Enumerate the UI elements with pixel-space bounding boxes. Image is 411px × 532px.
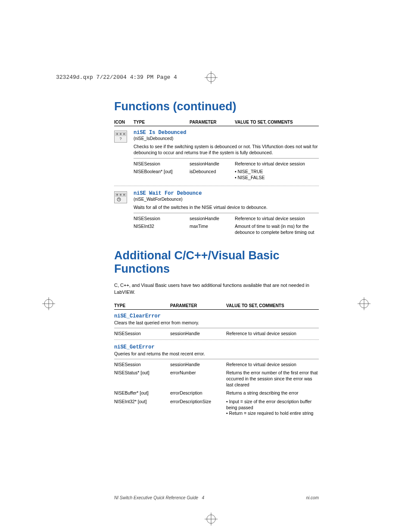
th-type: TYPE [114, 303, 170, 308]
param-type: NISEBuffer* [out] [114, 390, 170, 396]
param-value: Returns a string describing the error [226, 390, 319, 396]
param-value: Reference to virtual device session [226, 362, 319, 368]
function-cname: (niSE_WaitForDebounce) [134, 197, 319, 202]
param-value: Reference to virtual device session [235, 216, 319, 222]
param-name: sessionHandle [170, 362, 226, 368]
param-value: • Input = size of the error description … [226, 399, 319, 417]
dotted-divider [114, 339, 319, 340]
param-row: NISEInt32 maxTime Amount of time to wait… [134, 224, 319, 235]
param-value: Returns the error number of the first er… [226, 370, 319, 388]
th-parameter: PARAMETER [190, 120, 235, 124]
svg-rect-19 [120, 194, 121, 196]
th-type: TYPE [134, 120, 190, 124]
param-name: maxTime [190, 224, 235, 235]
svg-text:?: ? [119, 137, 121, 141]
param-value: Reference to virtual device session [226, 331, 319, 337]
footer-title: NI Switch Executive Quick Reference Guid… [114, 495, 204, 500]
registration-mark-top [205, 71, 218, 84]
param-value: Amount of time to wait (in ms) for the d… [235, 224, 319, 235]
function-get-error: niSE_GetError Queries for and returns th… [114, 344, 319, 417]
param-type: NISEInt32* [out] [114, 399, 170, 417]
function-wait-for-debounce: niSE Wait For Debounce (niSE_WaitForDebo… [114, 190, 319, 237]
function-name: niSE Wait For Debounce [134, 190, 319, 196]
page-content: Functions (continued) ICON TYPE PARAMETE… [114, 100, 319, 419]
function-name: niSE_ClearError [114, 313, 319, 319]
section-heading-additional: Additional C/C++/Visual Basic Functions [114, 249, 319, 276]
header-slug: 323249d.qxp 7/22/2004 4:39 PM Page 4 [56, 74, 177, 81]
param-row: NISESession sessionHandle Reference to v… [134, 216, 319, 222]
param-type: NISESession [114, 331, 170, 337]
registration-mark-bottom [205, 513, 218, 526]
function-is-debounced: ? niSE Is Debounced (niSE_IsDebounced) C… [114, 130, 319, 182]
function-description: Clears the last queried error from memor… [114, 320, 319, 325]
function-cname: (niSE_IsDebounced) [134, 136, 319, 141]
param-name: sessionHandle [190, 216, 235, 222]
th-parameter: PARAMETER [170, 303, 226, 308]
param-name: errorNumber [170, 370, 226, 388]
svg-rect-18 [116, 194, 118, 196]
function-description: Waits for all of the switches in the NIS… [134, 204, 319, 210]
param-value: • NISE_TRUE • NISE_FALSE [235, 169, 319, 180]
param-name: sessionHandle [190, 161, 235, 167]
param-type: NISESession [134, 161, 190, 167]
th-icon: ICON [114, 120, 134, 124]
svg-rect-20 [123, 194, 125, 196]
icon-cell: ? [114, 130, 134, 182]
param-type: NISEInt32 [134, 224, 190, 235]
param-row: NISEBoolean* [out] isDebounced • NISE_TR… [134, 169, 319, 180]
function-description: Queries for and returns the most recent … [114, 351, 319, 356]
param-name: isDebounced [190, 169, 235, 180]
param-value: Reference to virtual device session [235, 161, 319, 167]
function-name: niSE Is Debounced [134, 130, 319, 136]
param-type: NISESession [134, 216, 190, 222]
labview-icon: ? [114, 131, 127, 143]
param-name: sessionHandle [170, 331, 226, 337]
param-row: NISESession sessionHandle Reference to v… [114, 331, 319, 337]
svg-rect-14 [120, 133, 121, 135]
icon-cell [114, 190, 134, 237]
labview-icon [114, 191, 127, 203]
section-heading-functions: Functions (continued) [114, 100, 319, 113]
param-type: NISEBoolean* [out] [134, 169, 190, 180]
param-type: NISESession [114, 362, 170, 368]
table2-header-row: TYPE PARAMETER VALUE TO SET, COMMENTS [114, 303, 319, 310]
registration-mark-right [358, 297, 371, 310]
dotted-divider [114, 186, 319, 186]
param-row: NISEBuffer* [out] errorDescription Retur… [114, 390, 319, 396]
function-clear-error: niSE_ClearError Clears the last queried … [114, 313, 319, 337]
registration-mark-left [42, 297, 55, 310]
function-description: Checks to see if the switching system is… [134, 143, 319, 156]
param-name: errorDescriptionSize [170, 399, 226, 417]
svg-rect-13 [116, 133, 118, 135]
function-name: niSE_GetError [114, 344, 319, 350]
section2-intro: C, C++, and Visual Basic users have two … [114, 282, 319, 296]
param-row: NISEStatus* [out] errorNumber Returns th… [114, 370, 319, 388]
param-row: NISESession sessionHandle Reference to v… [134, 161, 319, 167]
th-value: VALUE TO SET, COMMENTS [226, 303, 319, 308]
footer-site: ni.com [306, 495, 319, 500]
param-type: NISEStatus* [out] [114, 370, 170, 388]
param-row: NISEInt32* [out] errorDescriptionSize • … [114, 399, 319, 417]
param-row: NISESession sessionHandle Reference to v… [114, 362, 319, 368]
page-footer: NI Switch Executive Quick Reference Guid… [114, 495, 319, 500]
th-value: VALUE TO SET, COMMENTS [235, 120, 319, 124]
svg-rect-15 [123, 133, 125, 135]
table1-header-row: ICON TYPE PARAMETER VALUE TO SET, COMMEN… [114, 120, 319, 126]
param-name: errorDescription [170, 390, 226, 396]
